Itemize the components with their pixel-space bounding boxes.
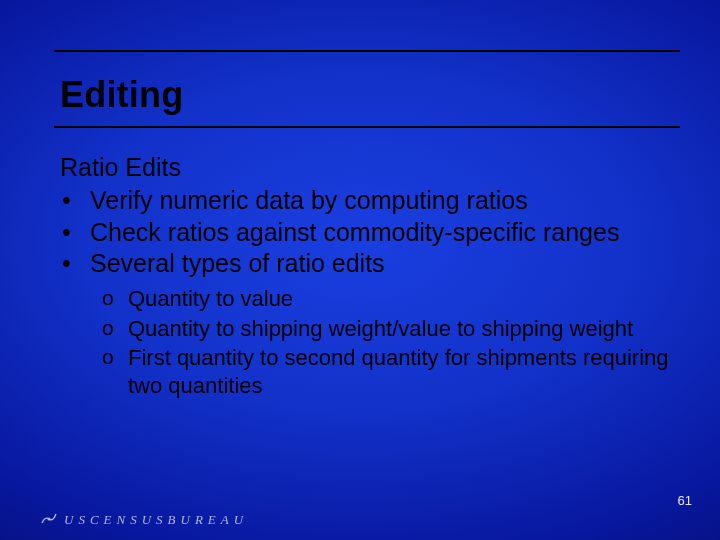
- secondary-bullet-list: Quantity to value Quantity to shipping w…: [60, 285, 672, 399]
- bullet-text: Several types of ratio edits: [90, 249, 385, 277]
- list-item: First quantity to second quantity for sh…: [102, 344, 672, 399]
- sub-bullet-text: First quantity to second quantity for sh…: [128, 345, 669, 398]
- list-item: Verify numeric data by computing ratios: [60, 185, 672, 216]
- list-item: Check ratios against commodity-specific …: [60, 217, 672, 248]
- census-mark-icon: [40, 510, 58, 528]
- page-number: 61: [678, 493, 692, 508]
- org-logo: USCENSUSBUREAU: [40, 510, 248, 528]
- org-logo-text: USCENSUSBUREAU: [64, 512, 248, 528]
- top-divider: [54, 50, 680, 52]
- list-item: Several types of ratio edits: [60, 248, 672, 279]
- svg-point-0: [48, 518, 51, 521]
- sub-bullet-text: Quantity to value: [128, 286, 293, 311]
- title-block: Editing: [60, 74, 680, 116]
- bullet-text: Check ratios against commodity-specific …: [90, 218, 619, 246]
- footer: USCENSUSBUREAU 61: [0, 502, 720, 540]
- list-item: Quantity to value: [102, 285, 672, 313]
- slide-title: Editing: [60, 74, 680, 116]
- title-divider: [54, 126, 680, 128]
- primary-bullet-list: Verify numeric data by computing ratios …: [60, 185, 672, 279]
- body-block: Ratio Edits Verify numeric data by compu…: [60, 152, 672, 401]
- sub-heading: Ratio Edits: [60, 152, 672, 183]
- slide: Editing Ratio Edits Verify numeric data …: [0, 0, 720, 540]
- sub-bullet-text: Quantity to shipping weight/value to shi…: [128, 316, 633, 341]
- list-item: Quantity to shipping weight/value to shi…: [102, 315, 672, 343]
- bullet-text: Verify numeric data by computing ratios: [90, 186, 528, 214]
